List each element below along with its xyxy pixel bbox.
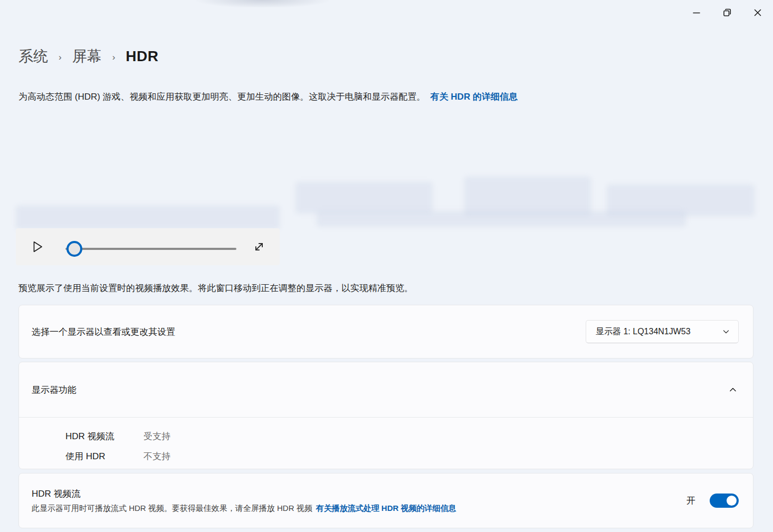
- capabilities-expander[interactable]: 显示器功能: [19, 362, 753, 417]
- display-dropdown[interactable]: 显示器 1: LQ134N1JW53: [586, 320, 739, 343]
- page-title: HDR: [126, 48, 158, 65]
- capability-label: HDR 视频流: [65, 430, 144, 442]
- video-progress-slider[interactable]: [65, 228, 236, 265]
- preview-ghost-shape: [16, 206, 280, 229]
- preview-ghost-shape: [295, 182, 433, 214]
- hdr-stream-text: HDR 视频流 此显示器可用时可播放流式 HDR 视频。要获得最佳效果，请全屏播…: [32, 488, 456, 514]
- restore-icon: [723, 8, 731, 17]
- page-description: 为高动态范围 (HDR) 游戏、视频和应用获取更加明亮、更加生动的图像。这取决于…: [18, 91, 518, 103]
- breadcrumb-display[interactable]: 屏幕: [72, 46, 102, 66]
- display-selector-card: 选择一个显示器以查看或更改其设置 显示器 1: LQ134N1JW53: [18, 305, 753, 359]
- diagonal-expand-icon: [253, 240, 265, 253]
- capabilities-title: 显示器功能: [32, 384, 77, 396]
- hdr-stream-card: HDR 视频流 此显示器可用时可播放流式 HDR 视频。要获得最佳效果，请全屏播…: [18, 473, 753, 528]
- play-button[interactable]: [22, 228, 53, 265]
- toggle-knob: [727, 496, 737, 506]
- breadcrumb-separator: ›: [112, 50, 116, 63]
- minimize-icon: [693, 9, 700, 16]
- titlebar-controls: [681, 0, 773, 25]
- page-description-text: 为高动态范围 (HDR) 游戏、视频和应用获取更加明亮、更加生动的图像。这取决于…: [18, 92, 426, 102]
- display-capabilities-card: 显示器功能 HDR 视频流 受支持 使用 HDR 不支持: [18, 362, 753, 469]
- preview-caption: 预览展示了使用当前设置时的视频播放效果。将此窗口移动到正在调整的显示器，以实现精…: [18, 282, 413, 294]
- hdr-info-link[interactable]: 有关 HDR 的详细信息: [431, 92, 518, 102]
- video-preview-player: [16, 228, 280, 265]
- play-icon: [31, 240, 44, 254]
- breadcrumb-system[interactable]: 系统: [18, 46, 48, 66]
- hdr-stream-toggle-group: 开: [686, 494, 739, 508]
- capability-row-hdr-video: HDR 视频流 受支持: [65, 426, 753, 446]
- hdr-stream-title: HDR 视频流: [32, 488, 456, 500]
- hdr-stream-description-text: 此显示器可用时可播放流式 HDR 视频。要获得最佳效果，请全屏播放 HDR 视频: [32, 504, 312, 512]
- chevron-up-icon: [729, 385, 737, 394]
- capability-value: 不支持: [144, 450, 170, 462]
- preview-ghost-shape: [607, 185, 755, 216]
- display-dropdown-value: 显示器 1: LQ134N1JW53: [596, 326, 691, 337]
- breadcrumb-separator: ›: [59, 50, 62, 63]
- top-window-shadow: [174, 0, 351, 7]
- hdr-stream-toggle[interactable]: [710, 494, 739, 508]
- slider-track[interactable]: [65, 248, 236, 250]
- close-button[interactable]: [742, 0, 773, 25]
- capabilities-body: HDR 视频流 受支持 使用 HDR 不支持: [19, 418, 753, 466]
- chevron-down-icon: [722, 328, 730, 335]
- capability-row-use-hdr: 使用 HDR 不支持: [65, 446, 753, 466]
- hdr-stream-info-link[interactable]: 有关播放流式处理 HDR 视频的详细信息: [316, 504, 456, 512]
- preview-ghost-shape: [317, 211, 686, 227]
- display-selector-label: 选择一个显示器以查看或更改其设置: [32, 326, 175, 338]
- restore-button[interactable]: [712, 0, 742, 25]
- toggle-state-label: 开: [686, 495, 695, 507]
- breadcrumb: 系统 › 屏幕 › HDR: [18, 46, 159, 66]
- capability-label: 使用 HDR: [65, 450, 144, 462]
- preview-ghost-shape: [464, 177, 591, 216]
- minimize-button[interactable]: [681, 0, 712, 25]
- hdr-stream-description: 此显示器可用时可播放流式 HDR 视频。要获得最佳效果，请全屏播放 HDR 视频…: [32, 504, 456, 514]
- capability-value: 受支持: [144, 430, 170, 442]
- close-icon: [754, 9, 761, 16]
- slider-thumb[interactable]: [66, 241, 82, 257]
- fullscreen-button[interactable]: [244, 228, 274, 265]
